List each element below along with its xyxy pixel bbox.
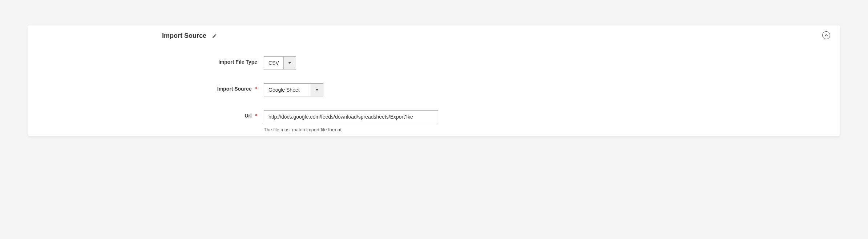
svg-marker-1 [315,89,319,91]
label-text: Import File Type [218,59,257,65]
label-text: Url [245,113,251,119]
label-import-file-type: Import File Type [39,56,264,65]
caret-down-icon [311,84,323,96]
row-url: Url * The file must match import file fo… [39,110,829,132]
import-source-select[interactable]: Google Sheet [264,83,323,96]
required-asterisk: * [255,86,257,92]
panel-body: Import File Type CSV Import Sour [28,40,840,136]
select-value: Google Sheet [264,84,311,96]
url-hint: The file must match import file format. [264,127,829,132]
panel-title: Import Source [162,32,206,40]
label-import-source: Import Source * [39,83,264,92]
chevron-up-icon[interactable] [822,31,830,39]
pencil-icon[interactable] [211,33,217,39]
select-value: CSV [264,57,283,69]
url-input[interactable] [264,110,438,123]
import-source-panel: Import Source Import File Type [28,25,840,136]
panel-header: Import Source [28,25,840,40]
caret-down-icon [283,57,296,69]
row-import-file-type: Import File Type CSV [39,56,829,69]
label-url: Url * [39,110,264,119]
required-asterisk: * [255,113,257,119]
label-text: Import Source [217,86,252,92]
row-import-source: Import Source * Google Sheet [39,83,829,96]
svg-marker-0 [288,62,291,64]
import-file-type-select[interactable]: CSV [264,56,296,69]
